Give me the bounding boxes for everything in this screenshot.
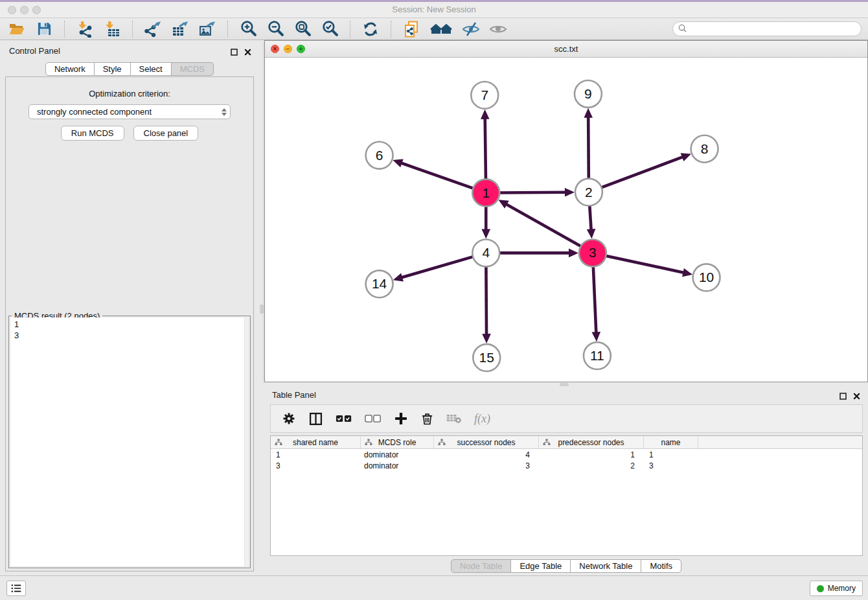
svg-text:9: 9 <box>584 86 592 101</box>
zoom-selected-button[interactable] <box>321 20 339 38</box>
graph-node-3[interactable]: 3 <box>579 239 606 266</box>
deselect-all-icon[interactable] <box>365 410 382 427</box>
open-session-button[interactable] <box>8 20 26 38</box>
import-network-button[interactable] <box>76 20 94 38</box>
minimize-network-button[interactable]: − <box>284 45 292 53</box>
column-header-name[interactable]: name <box>644 436 698 448</box>
close-panel-icon[interactable] <box>244 47 251 58</box>
close-panel-button[interactable]: Close panel <box>133 126 199 141</box>
result-scrollbar[interactable] <box>244 317 249 566</box>
graph-edge-4-3[interactable] <box>497 249 578 258</box>
show-column-panel-icon[interactable] <box>308 410 323 427</box>
column-header-shared-name[interactable]: shared name <box>271 436 361 448</box>
search-box[interactable] <box>672 21 862 36</box>
network-file-button[interactable] <box>402 20 420 38</box>
close-window-button[interactable] <box>8 6 16 14</box>
float-panel-icon[interactable] <box>231 47 238 58</box>
tab-node-table[interactable]: Node Table <box>451 559 512 573</box>
tab-motifs[interactable]: Motifs <box>641 559 681 573</box>
splitter-handle[interactable] <box>260 305 264 314</box>
add-icon[interactable] <box>394 410 408 427</box>
minimize-window-button[interactable] <box>20 6 29 14</box>
graph-node-7[interactable]: 7 <box>471 82 498 109</box>
save-session-button[interactable] <box>35 20 53 38</box>
import-table-button[interactable] <box>103 20 121 38</box>
graph-node-11[interactable]: 11 <box>584 342 611 369</box>
result-line: 3 <box>14 330 245 341</box>
home-houses-icon <box>430 21 452 38</box>
window-title: Session: New Session <box>0 0 868 19</box>
tab-network-table[interactable]: Network Table <box>571 559 641 573</box>
graph-edge-2-3[interactable] <box>587 204 596 239</box>
graph-edge-1-4[interactable] <box>481 205 490 239</box>
graph-node-6[interactable]: 6 <box>366 142 393 169</box>
toolbar-separator <box>64 21 65 38</box>
select-all-icon[interactable] <box>336 410 352 427</box>
graph-node-15[interactable]: 15 <box>473 344 500 371</box>
refresh-button[interactable] <box>361 20 380 38</box>
close-panel-icon[interactable] <box>853 391 860 402</box>
graph-node-4[interactable]: 4 <box>472 239 499 266</box>
column-header-mcds-role[interactable]: MCDS role <box>361 436 434 448</box>
tab-select[interactable]: Select <box>131 62 172 76</box>
graph-edge-2-9[interactable] <box>584 108 593 181</box>
memory-label: Memory <box>828 584 856 593</box>
column-header-predecessor-nodes[interactable]: predecessor nodes <box>539 436 644 448</box>
network-window-title: scc.txt <box>554 44 578 54</box>
run-mcds-button[interactable]: Run MCDS <box>61 126 124 141</box>
tab-mcds[interactable]: MCDS <box>172 62 214 76</box>
criterion-select[interactable]: strongly connected component <box>29 104 231 119</box>
graph-edge-2-8[interactable] <box>600 153 691 188</box>
tab-style[interactable]: Style <box>95 62 131 76</box>
graph-edge-4-15[interactable] <box>482 264 491 343</box>
close-network-button[interactable]: × <box>271 45 279 53</box>
graph-node-8[interactable]: 8 <box>691 135 718 163</box>
table-row[interactable]: 3dominator323 <box>271 460 862 471</box>
vertical-splitter[interactable] <box>259 40 264 575</box>
table-row[interactable]: 1dominator411 <box>271 449 862 460</box>
graph-node-14[interactable]: 14 <box>366 270 393 297</box>
graph-edge-4-14[interactable] <box>393 256 475 281</box>
graph-edge-1-2[interactable] <box>497 188 575 197</box>
search-input[interactable] <box>690 25 856 34</box>
export-image-button[interactable] <box>198 20 216 38</box>
zoom-in-icon <box>240 20 257 38</box>
settings-gear-icon[interactable] <box>282 410 296 427</box>
zoom-network-button[interactable]: + <box>297 45 305 53</box>
export-network-button[interactable] <box>144 20 162 38</box>
graph-node-9[interactable]: 9 <box>575 80 602 108</box>
graph-node-2[interactable]: 2 <box>575 179 602 206</box>
graph-node-10[interactable]: 10 <box>693 264 720 291</box>
graph-edge-3-1[interactable] <box>498 200 582 247</box>
tab-network[interactable]: Network <box>45 62 95 76</box>
table-panel-title: Table Panel <box>272 390 316 400</box>
network-graph: 1234678910111415 <box>265 58 867 382</box>
zoom-fit-button[interactable] <box>293 20 312 38</box>
zoom-in-button[interactable] <box>239 20 257 38</box>
zoom-out-button[interactable] <box>266 20 284 38</box>
graph-edge-1-6[interactable] <box>393 159 475 189</box>
show-panels-button[interactable] <box>6 581 26 596</box>
network-canvas[interactable]: 1234678910111415 <box>265 58 867 382</box>
criterion-selected-value: strongly connected component <box>37 107 152 117</box>
export-table-button[interactable] <box>171 20 189 38</box>
network-window-controls: × − + <box>271 45 305 53</box>
float-panel-icon[interactable] <box>839 391 847 402</box>
graph-edge-3-11[interactable] <box>592 264 601 341</box>
graph-edge-1-7[interactable] <box>481 110 490 181</box>
delete-icon[interactable] <box>420 410 434 427</box>
network-document-icon <box>403 21 420 38</box>
tab-edge-table[interactable]: Edge Table <box>511 559 571 573</box>
hide-selected-button[interactable] <box>462 20 480 38</box>
column-header-successor-nodes[interactable]: successor nodes <box>434 436 539 448</box>
zoom-window-button[interactable] <box>32 6 41 14</box>
home-button[interactable] <box>429 20 453 38</box>
graph-node-1[interactable]: 1 <box>472 179 499 207</box>
memory-button[interactable]: Memory <box>810 581 863 596</box>
show-all-button[interactable] <box>489 20 507 38</box>
mcds-result-list[interactable]: 13 <box>10 317 249 566</box>
network-view-window: × − + scc.txt 1234678910111415 <box>264 40 868 382</box>
graph-edge-3-10[interactable] <box>604 255 692 277</box>
delete-table-icon <box>446 410 462 427</box>
hierarchy-sort-icon <box>543 439 551 448</box>
